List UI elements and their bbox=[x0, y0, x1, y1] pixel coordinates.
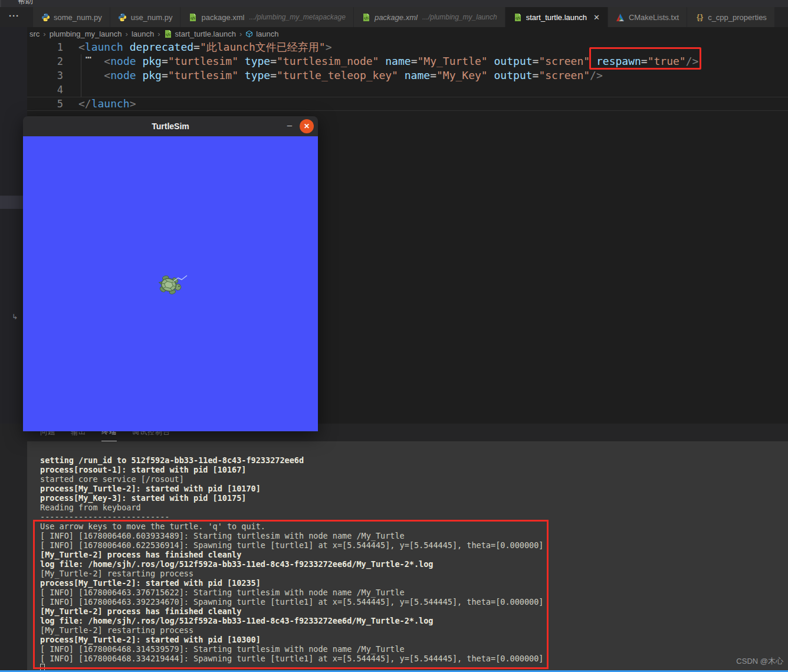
xml-icon bbox=[513, 12, 523, 22]
tab-label: some_num.py bbox=[54, 13, 102, 22]
code-action-dots: … bbox=[86, 48, 90, 62]
terminal-line: process[My_Key-3]: started with pid [101… bbox=[40, 493, 788, 503]
sidebar-selected-band bbox=[0, 195, 24, 209]
turtlesim-canvas bbox=[23, 136, 318, 431]
terminal-line: [My_Turtle-2] restarting process bbox=[40, 569, 788, 578]
tab-path-hint: .../plumbing_my_metapackage bbox=[249, 13, 345, 21]
code-line: 2 <node pkg="turtlesim" type="turtlesim_… bbox=[27, 54, 788, 68]
terminal-line: process[My_Turtle-2]: started with pid [… bbox=[40, 484, 788, 493]
terminal-line: started core service [/rosout] bbox=[40, 474, 788, 484]
python-icon bbox=[41, 12, 50, 22]
code-text: </launch> bbox=[78, 97, 136, 111]
breadcrumb-separator: › bbox=[43, 29, 45, 38]
terminal-line: [ INFO] [1678006460.603933489]: Starting… bbox=[40, 531, 788, 540]
terminal-output[interactable]: setting /run_id to 512f592a-bb33-11ed-8c… bbox=[27, 441, 788, 670]
code-line: 1<launch… deprecated="此launch文件已经弃用"> bbox=[27, 40, 788, 54]
code-text: <launch… deprecated="此launch文件已经弃用"> bbox=[78, 40, 331, 54]
tab-label: package.xml bbox=[201, 13, 244, 22]
terminal-line: Reading from keyboard bbox=[40, 503, 788, 512]
tab-path-hint: .../plumbing_my_launch bbox=[422, 13, 497, 21]
pen-trail bbox=[173, 274, 188, 284]
terminal-line: log file: /home/sjh/.ros/log/512f592a-bb… bbox=[40, 559, 788, 569]
watermark: CSDN @木心 bbox=[736, 656, 783, 667]
breadcrumb-item[interactable]: launch bbox=[245, 29, 278, 38]
terminal-line: Use arrow keys to move the turtle. 'q' t… bbox=[40, 522, 788, 531]
tab-label: use_num.py bbox=[131, 13, 173, 22]
menu-bar: 帮助 bbox=[0, 0, 788, 7]
minimize-button[interactable]: – bbox=[287, 116, 292, 136]
tab-use-num-py[interactable]: use_num.py bbox=[110, 7, 181, 27]
code-text: <node pkg="turtlesim" type="turtle_teleo… bbox=[78, 68, 603, 83]
breadcrumb-item[interactable]: start_turtle.launch bbox=[164, 29, 236, 38]
turtlesim-window[interactable]: TurtleSim – ✕ bbox=[23, 116, 318, 431]
line-number: 3 bbox=[27, 68, 63, 83]
breadcrumb-label: start_turtle.launch bbox=[175, 29, 236, 38]
terminal-line: process[My_Turtle-2]: started with pid [… bbox=[40, 578, 788, 588]
tab-label: CMakeLists.txt bbox=[629, 13, 679, 22]
terminal-line: [ INFO] [1678006460.622536914]: Spawning… bbox=[40, 540, 788, 550]
tab-cmakelists-txt[interactable]: CMakeLists.txt bbox=[608, 7, 687, 27]
xml-icon bbox=[362, 12, 371, 22]
terminal-line: [ INFO] [1678006468.314539579]: Starting… bbox=[40, 644, 788, 654]
terminal-line: [ INFO] [1678006463.392234670]: Spawning… bbox=[40, 597, 788, 607]
terminal-line: [My_Turtle-2] process has finished clean… bbox=[40, 550, 788, 559]
turtlesim-title: TurtleSim bbox=[23, 116, 318, 136]
breadcrumb-separator: › bbox=[157, 29, 160, 38]
terminal-line: [My_Turtle-2] restarting process bbox=[40, 625, 788, 635]
code-line: 5</launch> bbox=[27, 97, 788, 111]
line-number: 4 bbox=[27, 83, 63, 97]
line-number: 5 bbox=[27, 97, 63, 111]
tab-label: package.xml bbox=[375, 13, 418, 22]
terminal-line: [ INFO] [1678006468.334219444]: Spawning… bbox=[40, 654, 788, 663]
breadcrumb-item[interactable]: launch bbox=[132, 29, 154, 38]
code-line: 3 <node pkg="turtlesim" type="turtle_tel… bbox=[27, 68, 788, 83]
json-icon: {.} bbox=[695, 12, 704, 22]
tab-label: start_turtle.launch bbox=[526, 13, 587, 22]
breadcrumb-separator: › bbox=[126, 29, 128, 38]
breadcrumb-label: plumbing_my_launch bbox=[50, 29, 122, 38]
terminal-line: process[My_Turtle-2]: started with pid [… bbox=[40, 635, 788, 644]
bottom-panel: 问题输出终端调试控制台 setting /run_id to 512f592a-… bbox=[0, 424, 788, 670]
breadcrumb-label: launch bbox=[256, 29, 278, 38]
tab-start-turtle-launch[interactable]: start_turtle.launch✕ bbox=[505, 7, 608, 27]
xml-icon bbox=[164, 29, 172, 38]
tab-c-cpp-properties[interactable]: {.}c_cpp_properties bbox=[687, 7, 775, 27]
tab-bar-tabs: some_num.pyuse_num.pypackage.xml.../plum… bbox=[33, 7, 788, 27]
tab-overflow-button[interactable]: ··· bbox=[0, 7, 33, 27]
tab-package-xml-launch[interactable]: package.xml.../plumbing_my_launch bbox=[354, 7, 505, 27]
close-tab-icon[interactable]: ✕ bbox=[593, 13, 600, 22]
turtlesim-titlebar[interactable]: TurtleSim – ✕ bbox=[23, 116, 318, 136]
vscode-window: 帮助 ··· some_num.pyuse_num.pypackage.xml.… bbox=[0, 0, 788, 672]
breadcrumb-item[interactable]: plumbing_my_launch bbox=[50, 29, 122, 38]
code-lines: 1<launch… deprecated="此launch文件已经弃用">2 <… bbox=[27, 40, 788, 111]
editor-tab-bar: ··· some_num.pyuse_num.pypackage.xml.../… bbox=[0, 7, 788, 27]
code-line: 4 bbox=[27, 83, 788, 97]
python-icon bbox=[118, 12, 127, 22]
terminal-line: process[rosout-1]: started with pid [101… bbox=[40, 465, 788, 474]
close-button[interactable]: ✕ bbox=[300, 119, 314, 133]
tab-label: c_cpp_properties bbox=[708, 13, 767, 22]
tab-package-xml-metapackage[interactable]: package.xml.../plumbing_my_metapackage bbox=[180, 7, 353, 27]
breadcrumb-label: launch bbox=[132, 29, 154, 38]
code-text: <node pkg="turtlesim" type="turtlesim_no… bbox=[78, 54, 698, 68]
tab-some-num-py[interactable]: some_num.py bbox=[33, 7, 110, 27]
terminal-lines: setting /run_id to 512f592a-bb33-11ed-8c… bbox=[40, 455, 788, 670]
terminal-line: [ INFO] [1678006463.376715622]: Starting… bbox=[40, 588, 788, 597]
xml-icon bbox=[188, 12, 198, 22]
terminal-cursor bbox=[40, 664, 45, 670]
terminal-line bbox=[40, 663, 788, 670]
terminal-line: --------------------------- bbox=[40, 512, 788, 522]
terminal-line: [My_Turtle-2] process has finished clean… bbox=[40, 607, 788, 616]
breadcrumb: src›plumbing_my_launch›launch›start_turt… bbox=[0, 27, 788, 40]
breadcrumb-label: src bbox=[29, 29, 40, 38]
breadcrumb-item[interactable]: src bbox=[29, 29, 40, 38]
terminal-line: log file: /home/sjh/.ros/log/512f592a-bb… bbox=[40, 616, 788, 625]
terminal-line: setting /run_id to 512f592a-bb33-11ed-8c… bbox=[40, 455, 788, 465]
return-arrow-icon: ↳ bbox=[12, 313, 18, 321]
breadcrumb-separator: › bbox=[239, 29, 242, 38]
symbol-cube-icon bbox=[245, 30, 253, 38]
line-number: 2 bbox=[27, 54, 63, 68]
line-number: 1 bbox=[27, 40, 63, 54]
cmake-icon bbox=[616, 12, 625, 22]
menu-help[interactable]: 帮助 bbox=[18, 0, 33, 6]
